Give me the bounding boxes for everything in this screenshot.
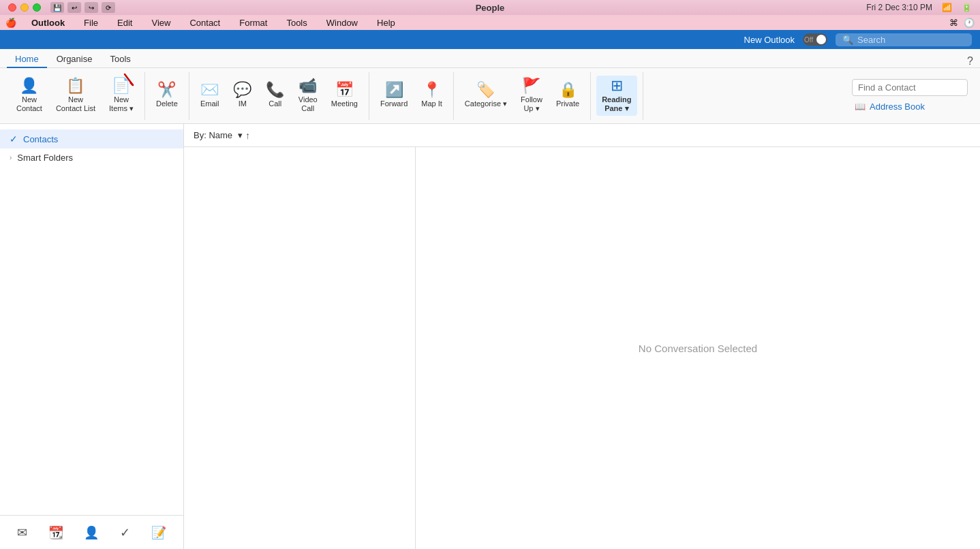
app-name-menu[interactable]: Outlook	[27, 16, 69, 29]
sync-button[interactable]: ⟳	[102, 2, 115, 13]
reading-pane: No Conversation Selected	[416, 147, 980, 549]
zoom-button[interactable]	[33, 3, 41, 12]
im-icon: 💬	[233, 82, 251, 97]
meeting-icon: 📅	[335, 82, 354, 97]
search-placeholder: Search	[857, 35, 885, 45]
delete-icon: ✂️	[157, 82, 176, 97]
wifi-icon: 📶	[942, 3, 952, 12]
email-icon: ✉️	[200, 82, 219, 97]
call-icon: 📞	[266, 82, 284, 97]
nav-tasks-icon[interactable]: ✓	[116, 521, 134, 544]
forward-button[interactable]: ↗️ Forward	[375, 80, 413, 111]
battery-icon: 🔋	[962, 3, 972, 12]
delete-button[interactable]: ✂️ Delete	[151, 80, 183, 111]
address-book-label: Address Book	[870, 101, 925, 112]
search-icon: 🔍	[842, 35, 853, 45]
contacts-list-pane	[184, 147, 416, 549]
sort-label: By: Name	[194, 130, 232, 140]
svg-line-1	[130, 82, 133, 85]
ribbon-group-view: ⊞ ReadingPane ▾	[591, 72, 643, 120]
datetime-display: Fri 2 Dec 3:10 PM	[866, 3, 932, 12]
new-outlook-label: New Outlook	[744, 35, 795, 45]
find-contact-input[interactable]	[852, 79, 968, 96]
sidebar-content: ✓ Contacts › Smart Folders	[0, 124, 183, 515]
nav-mail-icon[interactable]: ✉	[13, 521, 31, 544]
menu-edit[interactable]: Edit	[113, 16, 136, 29]
ribbon-group-new: 👤 NewContact 📋 NewContact List 📄 NewItem…	[5, 72, 145, 120]
private-button[interactable]: 🔒 Private	[551, 80, 585, 111]
menu-view[interactable]: View	[147, 16, 174, 29]
nav-notes-icon[interactable]: 📝	[147, 521, 170, 544]
app-menu-bar: 🍎 Outlook File Edit View Contact Format …	[0, 15, 980, 30]
nav-people-icon[interactable]: 👤	[80, 521, 103, 544]
undo-button[interactable]: ↩	[67, 2, 81, 13]
minimize-button[interactable]	[20, 3, 29, 12]
im-button[interactable]: 💬 IM	[228, 80, 258, 111]
private-icon: 🔒	[559, 82, 577, 97]
categorise-button[interactable]: 🏷️ Categorise ▾	[459, 80, 512, 111]
ribbon-group-delete: ✂️ Delete	[145, 72, 189, 120]
no-conversation-message: No Conversation Selected	[639, 343, 757, 354]
menu-tools[interactable]: Tools	[282, 16, 311, 29]
ribbon-tabs: Home Organise Tools ?	[0, 49, 980, 68]
toggle-off-label: Off	[804, 36, 813, 44]
system-status: Fri 2 Dec 3:10 PM 📶 🔋	[866, 3, 972, 12]
app-body: ✓ Contacts › Smart Folders ✉ 📆 👤 ✓ 📝 By:…	[0, 124, 980, 549]
content-area: By: Name ▾ ↑ No Conversation Selected	[184, 124, 980, 549]
save-button[interactable]: 💾	[50, 2, 64, 13]
contacts-check-icon: ✓	[10, 134, 18, 144]
categorise-icon: 🏷️	[476, 82, 495, 97]
sort-direction-icon[interactable]: ↑	[245, 130, 250, 141]
tab-home[interactable]: Home	[7, 51, 47, 68]
forward-icon: ↗️	[385, 82, 403, 97]
follow-up-button[interactable]: 🚩 FollowUp ▾	[515, 76, 548, 116]
bluetooth-icon: ⌘	[949, 18, 958, 28]
new-items-button[interactable]: 📄 NewItems ▾	[104, 76, 139, 116]
find-area: 📖 Address Book	[845, 79, 975, 113]
menu-format[interactable]: Format	[235, 16, 271, 29]
new-contact-button[interactable]: 👤 NewContact	[11, 76, 48, 116]
toggle-knob	[816, 35, 826, 44]
map-it-button[interactable]: 📍 Map It	[416, 80, 448, 111]
new-contact-icon: 👤	[20, 78, 38, 93]
address-book-button[interactable]: 📖 Address Book	[852, 100, 968, 113]
sort-dropdown-icon[interactable]: ▾	[238, 130, 243, 140]
redo-button[interactable]: ↪	[85, 2, 98, 13]
menu-file[interactable]: File	[80, 16, 102, 29]
new-outlook-toggle[interactable]: Off	[803, 33, 827, 46]
reading-pane-button[interactable]: ⊞ ReadingPane ▾	[596, 76, 637, 116]
menu-window[interactable]: Window	[322, 16, 362, 29]
email-button[interactable]: ✉️ Email	[195, 80, 225, 111]
video-call-button[interactable]: 📹 VideoCall	[293, 76, 323, 116]
nav-calendar-icon[interactable]: 📆	[44, 521, 67, 544]
clock-icon: 🕐	[964, 18, 975, 28]
new-contact-list-button[interactable]: 📋 NewContact List	[50, 76, 101, 116]
ribbon-group-communicate: ✉️ Email 💬 IM 📞 Call 📹 VideoCall 📅 Meeti…	[189, 72, 369, 120]
menu-help[interactable]: Help	[373, 16, 399, 29]
contacts-label: Contacts	[23, 134, 58, 144]
menu-contact[interactable]: Contact	[185, 16, 224, 29]
video-call-icon: 📹	[298, 78, 317, 93]
chevron-right-icon: ›	[10, 154, 12, 161]
ribbon-group-tags: 🏷️ Categorise ▾ 🚩 FollowUp ▾ 🔒 Private	[454, 72, 591, 120]
sort-bar: By: Name ▾ ↑	[184, 124, 980, 147]
meeting-button[interactable]: 📅 Meeting	[326, 80, 363, 111]
call-button[interactable]: 📞 Call	[260, 80, 290, 111]
smart-folders-label: Smart Folders	[17, 153, 73, 163]
ribbon: 👤 NewContact 📋 NewContact List 📄 NewItem…	[0, 68, 980, 124]
tab-organise[interactable]: Organise	[48, 51, 101, 68]
ribbon-group-share: ↗️ Forward 📍 Map It	[369, 72, 454, 120]
new-outlook-bar: New Outlook Off 🔍 Search	[0, 30, 980, 49]
follow-up-icon: 🚩	[522, 78, 540, 93]
close-button[interactable]	[8, 3, 16, 12]
sidebar-item-contacts[interactable]: ✓ Contacts	[0, 129, 183, 148]
address-book-icon: 📖	[855, 101, 866, 112]
reading-pane-icon: ⊞	[611, 78, 623, 93]
title-bar: 💾 ↩ ↪ ⟳ People Fri 2 Dec 3:10 PM 📶 🔋	[0, 0, 980, 15]
window-title: People	[476, 3, 505, 13]
cursor-overlay	[123, 73, 136, 88]
help-icon[interactable]: ?	[967, 55, 973, 67]
tab-tools[interactable]: Tools	[102, 51, 138, 68]
sidebar-item-smart-folders[interactable]: › Smart Folders	[0, 148, 183, 167]
global-search[interactable]: 🔍 Search	[836, 33, 972, 46]
